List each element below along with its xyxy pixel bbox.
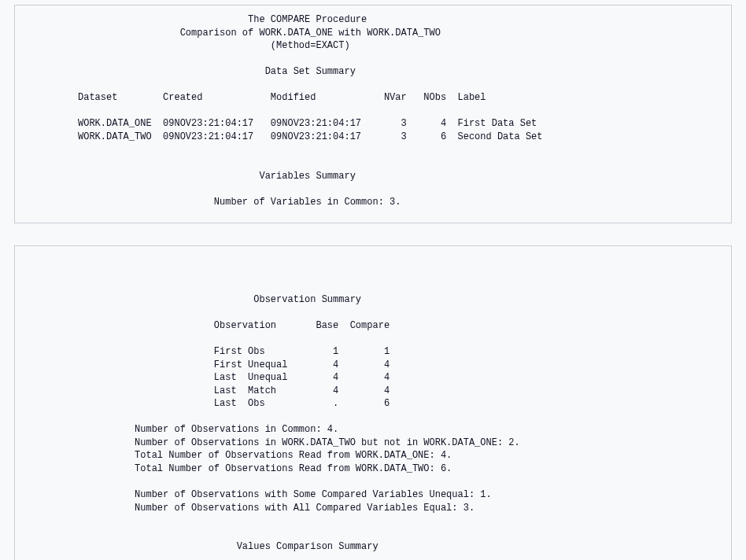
compare-output-text-1: The COMPARE Procedure Comparison of WORK… [21,13,725,208]
compare-output-text-2: Observation Summary Observation Base Com… [21,254,725,560]
compare-output-panel-2: Observation Summary Observation Base Com… [14,245,732,560]
compare-output-panel-1: The COMPARE Procedure Comparison of WORK… [14,5,732,223]
